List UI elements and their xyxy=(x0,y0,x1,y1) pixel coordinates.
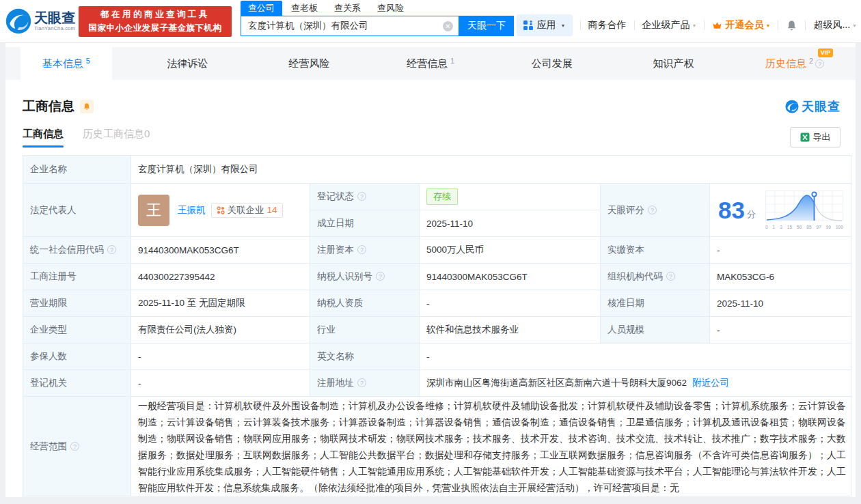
bell-icon xyxy=(786,20,797,31)
company-name-value: 玄度计算机（深圳）有限公司 xyxy=(131,156,851,184)
search-tab-boss[interactable]: 查老板 xyxy=(291,1,318,16)
help-icon: ? xyxy=(376,272,385,281)
credit-code-value: 91440300MAK053CG6T xyxy=(131,237,310,264)
approval-date-label: 核准日期 xyxy=(601,290,710,317)
watermark-logo-icon xyxy=(785,100,799,113)
help-icon: ? xyxy=(357,378,366,387)
credit-code-label: 统一社会信用代码? xyxy=(23,237,131,264)
vip-badge: VIP xyxy=(818,48,834,57)
industry-label: 行业 xyxy=(310,317,420,344)
clear-search-icon[interactable]: ✕ xyxy=(443,21,453,31)
reg-capital-value: 5000万人民币 xyxy=(420,237,601,264)
address-label: 注册地址? xyxy=(310,370,420,397)
subtab-business-registration[interactable]: 工商信息 xyxy=(23,128,64,148)
crown-icon xyxy=(712,20,722,31)
tab-history-info[interactable]: VIP 历史信息2? xyxy=(734,47,856,80)
announcement-icon[interactable] xyxy=(80,100,94,113)
divider xyxy=(805,20,806,30)
nav-enterprise[interactable]: 企业级产品 xyxy=(642,19,690,31)
section-title: 工商信息 xyxy=(23,98,74,115)
table-row: 营业期限 2025-11-10 至 无固定期限 纳税人资质 - 核准日期 202… xyxy=(23,290,851,317)
search-tab-company[interactable]: 查公司 xyxy=(241,1,282,16)
table-row: 法定代表人 王 王振凯 关联企业 xyxy=(23,184,851,210)
apps-grid-icon xyxy=(523,20,533,30)
score-distribution-chart: 0131550859799100 xyxy=(765,191,843,229)
insured-label: 参保人数 xyxy=(23,344,131,370)
taxpayer-quality-value: - xyxy=(420,290,601,317)
divider xyxy=(580,20,581,30)
help-icon: ? xyxy=(666,272,675,281)
org-code-value: MAK053CG-6 xyxy=(710,264,851,290)
table-row: 企业类型 有限责任公司(法人独资) 行业 软件和信息技术服务业 人员规模 - xyxy=(23,317,851,344)
established-label: 成立日期 xyxy=(310,210,420,237)
nearby-companies-link[interactable]: 附近公司 xyxy=(692,378,729,388)
org-chart-icon xyxy=(217,206,225,214)
score-value: 83 xyxy=(718,198,745,223)
search-tab-relation[interactable]: 查关系 xyxy=(334,1,361,16)
industry-value: 软件和信息技术服务业 xyxy=(420,317,601,344)
logo-domain: TianYanCha.com xyxy=(34,25,75,31)
help-icon: ? xyxy=(815,59,824,68)
divider xyxy=(778,20,778,30)
tianyancha-logo-icon xyxy=(5,8,31,34)
chevron-down-icon: ▼ xyxy=(561,23,566,28)
top-nav: 应用 ▼ 商务合作 企业级产品 ▼ 开通会员 ▼ 超级风... ▼ xyxy=(517,14,857,36)
company-type-label: 企业类型 xyxy=(23,317,131,344)
business-term-value: 2025-11-10 至 无固定期限 xyxy=(131,290,310,317)
business-term-label: 营业期限 xyxy=(23,290,131,317)
staff-size-value: - xyxy=(710,317,851,344)
taxpayer-id-value: 91440300MAK053CG6T xyxy=(420,264,601,290)
tab-company-development[interactable]: 公司发展 xyxy=(491,47,613,80)
legal-rep-link[interactable]: 王振凯 xyxy=(178,204,206,216)
notifications-bell[interactable] xyxy=(786,20,797,31)
reg-capital-label: 注册资本? xyxy=(310,237,420,264)
established-value: 2025-11-10 xyxy=(420,210,601,237)
search-tab-risk[interactable]: 查风险 xyxy=(377,1,404,16)
org-code-label: 组织机构代码? xyxy=(601,264,710,290)
search-widget: 查公司 查老板 查关系 查风险 ✕ 天眼一下 xyxy=(241,3,514,36)
watermark-logo: 天眼查 xyxy=(785,98,840,115)
help-icon: ? xyxy=(107,245,116,254)
tab-operational-risk[interactable]: 经营风险 xyxy=(248,47,370,80)
score-axis: 0131550859799100 xyxy=(765,225,843,229)
search-button[interactable]: 天眼一下 xyxy=(459,16,514,36)
search-input[interactable] xyxy=(241,16,459,36)
address-value: 深圳市南山区粤海街道高新区社区高新南六道十号朗科大厦9062附近公司 xyxy=(420,370,851,397)
reg-status-value: 存续 xyxy=(420,184,601,210)
apps-label: 应用 xyxy=(537,19,556,31)
excel-icon xyxy=(800,132,810,142)
table-row: 统一社会信用代码? 91440300MAK053CG6T 注册资本? 5000万… xyxy=(23,237,851,264)
tianyancha-logo[interactable]: 天眼查 TianYanCha.com xyxy=(5,8,75,34)
help-icon: ? xyxy=(357,245,366,254)
reg-authority-value: - xyxy=(131,370,310,397)
chevron-down-icon: ▼ xyxy=(692,23,697,28)
avatar[interactable]: 王 xyxy=(138,195,169,226)
taxpayer-quality-label: 纳税人资质 xyxy=(310,290,420,317)
taxpayer-id-label: 纳税人识别号? xyxy=(310,264,420,290)
banner-line1: 都在用的商业查询工具 xyxy=(100,9,210,20)
logo-title: 天眼查 xyxy=(34,11,75,25)
status-badge: 存续 xyxy=(426,188,458,205)
english-name-label: 英文名称 xyxy=(310,344,420,370)
tab-intellectual-property[interactable]: 知识产权 xyxy=(613,47,735,80)
score-label: 天眼评分? xyxy=(601,184,710,237)
related-companies-badge[interactable]: 关联企业 14 xyxy=(211,203,283,218)
nav-cooperation[interactable]: 商务合作 xyxy=(588,19,627,31)
tab-business-info[interactable]: 经营信息1 xyxy=(370,47,491,80)
business-info-table: 企业名称 玄度计算机（深圳）有限公司 法定代表人 王 王振凯 xyxy=(23,155,851,496)
subtab-history-registration[interactable]: 历史工商信息0 xyxy=(83,128,150,148)
tab-legal-proceedings[interactable]: 法律诉讼 xyxy=(127,47,249,80)
reg-status-label: 登记状态? xyxy=(310,184,420,210)
reg-authority-label: 登记机关 xyxy=(23,370,131,397)
promo-banner: 都在用的商业查询工具 国家中小企业发展子基金旗下机构 xyxy=(79,6,232,37)
nav-super-risk[interactable]: 超级风... xyxy=(813,19,850,31)
tab-basic-info[interactable]: 基本信息5 xyxy=(5,47,127,80)
reg-number-label: 工商注册号 xyxy=(23,264,131,290)
company-nav-tabs: 基本信息5 法律诉讼 经营风险 经营信息1 公司发展 知识产权 VIP 历史信息… xyxy=(5,47,856,80)
score-cell: 83 分 xyxy=(710,184,851,237)
nav-member[interactable]: 开通会员 ▼ xyxy=(712,19,770,31)
table-row: 参保人数 - 英文名称 - xyxy=(23,344,851,370)
apps-menu[interactable]: 应用 ▼ xyxy=(517,14,573,36)
export-button[interactable]: 导出 xyxy=(790,127,840,148)
table-row: 经营范围? 一般经营项目是：计算机软硬件及外围设备制造；计算机及办公设备维修；计… xyxy=(23,397,851,496)
